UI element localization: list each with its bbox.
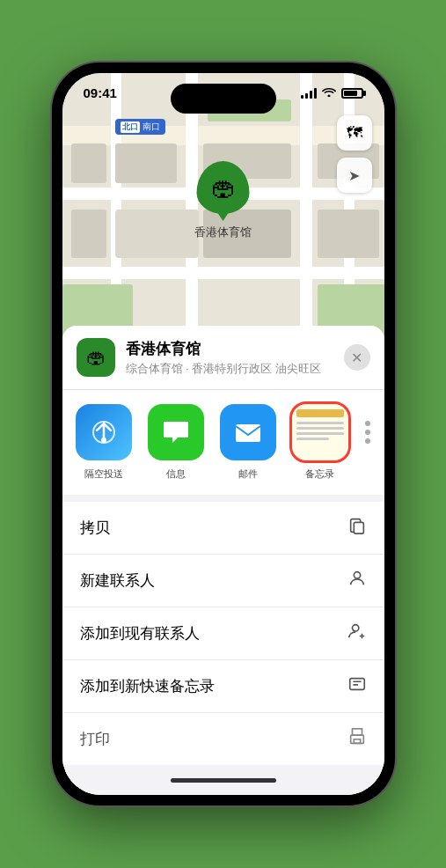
message-label: 信息 [166, 467, 186, 481]
location-card: 🏟 香港体育馆 综合体育馆 · 香港特别行政区 油尖旺区 ✕ [62, 326, 384, 390]
print-label: 打印 [80, 729, 110, 749]
share-airdrop[interactable]: 隔空投送 [73, 404, 135, 481]
battery-icon [341, 88, 363, 99]
close-button[interactable]: ✕ [344, 344, 370, 371]
svg-point-1 [101, 438, 106, 443]
add-contact-label: 添加到现有联系人 [80, 623, 200, 644]
share-mail[interactable]: 邮件 [217, 404, 279, 481]
location-icon: ➤ [348, 167, 360, 184]
airdrop-label: 隔空投送 [84, 467, 123, 481]
svg-rect-6 [349, 679, 364, 690]
share-message[interactable]: 信息 [145, 404, 207, 481]
notes-label: 备忘录 [305, 467, 334, 481]
svg-rect-7 [352, 729, 362, 735]
new-contact-icon [347, 569, 367, 592]
share-notes[interactable]: 备忘录 [289, 404, 351, 481]
message-icon [148, 404, 204, 460]
share-row: 隔空投送 信息 [62, 390, 384, 502]
home-indicator [62, 765, 384, 795]
status-icons [301, 86, 363, 99]
more-share-button[interactable] [362, 404, 374, 460]
marker-pin: 🏟 [197, 161, 250, 214]
copy-icon [347, 516, 367, 540]
copy-label: 拷贝 [80, 518, 110, 538]
bottom-sheet: 🏟 香港体育馆 综合体育馆 · 香港特别行政区 油尖旺区 ✕ [62, 326, 384, 795]
notes-icon [292, 404, 348, 460]
location-info: 香港体育馆 综合体育馆 · 香港特别行政区 油尖旺区 [126, 339, 333, 377]
mail-label: 邮件 [238, 467, 258, 481]
stadium-card-icon: 🏟 [86, 346, 106, 369]
quick-note-icon [347, 674, 367, 698]
close-icon: ✕ [351, 349, 362, 366]
svg-rect-2 [236, 424, 260, 442]
svg-point-5 [352, 625, 358, 631]
more-icon [365, 421, 370, 444]
map-marker: 🏟 香港体育馆 [194, 161, 252, 240]
svg-point-4 [354, 572, 360, 578]
wifi-icon [322, 86, 336, 99]
svg-rect-3 [354, 522, 363, 533]
location-card-icon: 🏟 [77, 338, 115, 377]
dynamic-island [171, 84, 276, 114]
svg-rect-9 [354, 739, 360, 744]
map-location-label: 北口 南口 [115, 119, 165, 135]
phone-screen: 09:41 [62, 73, 384, 795]
location-name: 香港体育馆 [126, 339, 333, 359]
stadium-icon: 🏟 [211, 173, 236, 202]
action-new-contact[interactable]: 新建联系人 [62, 555, 384, 607]
status-time: 09:41 [84, 85, 117, 100]
airdrop-icon [76, 404, 132, 460]
action-quick-note[interactable]: 添加到新快速备忘录 [62, 660, 384, 713]
action-copy[interactable]: 拷贝 [62, 502, 384, 555]
new-contact-label: 新建联系人 [80, 570, 155, 591]
action-print[interactable]: 打印 [62, 713, 384, 765]
map-type-icon: 🗺 [347, 124, 362, 143]
marker-label: 香港体育馆 [194, 224, 252, 240]
print-icon [347, 727, 367, 751]
location-desc: 综合体育馆 · 香港特别行政区 油尖旺区 [126, 361, 333, 377]
action-list: 拷贝 新建联系人 [62, 502, 384, 765]
map-type-button[interactable]: 🗺 [337, 115, 372, 151]
home-bar [171, 778, 276, 783]
add-contact-icon [347, 622, 367, 645]
mail-icon [220, 404, 276, 460]
location-button[interactable]: ➤ [337, 158, 372, 193]
quick-note-label: 添加到新快速备忘录 [80, 676, 215, 696]
phone-frame: 09:41 [52, 63, 395, 805]
signal-icon [301, 88, 317, 99]
action-add-contact[interactable]: 添加到现有联系人 [62, 607, 384, 660]
